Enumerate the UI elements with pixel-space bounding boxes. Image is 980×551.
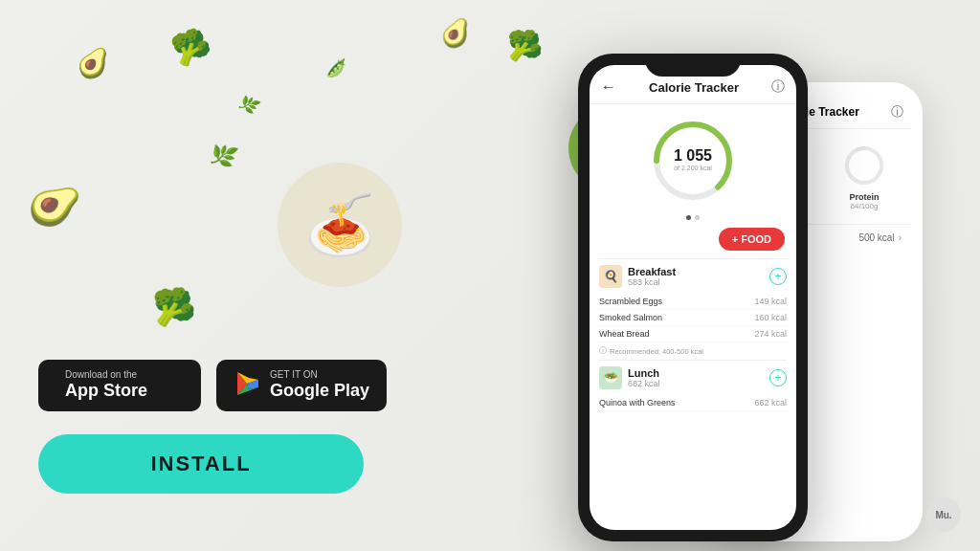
googleplay-button[interactable]: GET IT ON Google Play (216, 360, 387, 411)
food-kcal-quinoa: 662 kcal (754, 398, 787, 408)
food-button-row[interactable]: + FOOD (590, 224, 796, 258)
muz-label: Mu. (935, 510, 951, 520)
googleplay-small-text: GET IT ON (270, 369, 369, 381)
food-kcal-bread: 274 kcal (754, 329, 787, 339)
appstore-big-text: App Store (65, 381, 147, 402)
store-buttons: Download on the App Store GET IT ON Goog… (38, 360, 517, 411)
info-small-icon: ⓘ (599, 346, 607, 356)
muz-badge: Mu. (926, 497, 961, 532)
breakfast-title-wrap: 🍳 Breakfast 583 kcal (599, 265, 676, 288)
calorie-section: 1 055 of 2 200 kcal (590, 104, 796, 211)
breakfast-section: 🍳 Breakfast 583 kcal + Scrambled Eggs 14… (590, 258, 796, 360)
googleplay-icon (234, 370, 260, 402)
lunch-section: 🥗 Lunch 682 kcal + Quinoa with Greens 66… (590, 360, 796, 411)
food-name-bread: Wheat Bread (599, 329, 650, 339)
kcal-value: 500 kcal (858, 232, 894, 243)
food-kcal-scrambled: 149 kcal (754, 297, 787, 306)
food-name-quinoa: Quinoa with Greens (599, 398, 676, 408)
app-title: Calorie Tracker (649, 80, 739, 95)
calorie-ring: 1 055 of 2 200 kcal (650, 118, 736, 204)
add-food-button[interactable]: + FOOD (719, 228, 785, 251)
protein-label: Protein (841, 192, 887, 202)
add-lunch-button[interactable]: + (769, 369, 787, 386)
lunch-kcal: 682 kcal (628, 379, 660, 388)
lunch-header: 🥗 Lunch 682 kcal + (599, 360, 787, 395)
appstore-text: Download on the App Store (65, 369, 147, 402)
install-button[interactable]: INSTALL (38, 434, 364, 494)
breakfast-icon: 🍳 (599, 265, 622, 288)
food-name-scrambled: Scrambled Eggs (599, 297, 662, 306)
recommended-text: ⓘ Recommended: 400-500 kcal (599, 342, 787, 360)
appstore-small-text: Download on the (65, 369, 147, 381)
food-item-scrambled-eggs: Scrambled Eggs 149 kcal (599, 294, 787, 310)
lunch-title-wrap: 🥗 Lunch 682 kcal (599, 366, 660, 389)
dot-2 (695, 215, 700, 220)
main-phone: ← Calorie Tracker ⓘ 1 055 of 2 200 kcal (578, 54, 808, 551)
pagination-dots (590, 215, 796, 220)
googleplay-text: GET IT ON Google Play (270, 369, 369, 402)
phone-notch (645, 54, 741, 77)
food-kcal-salmon: 160 kcal (754, 313, 787, 322)
dot-1 (686, 215, 691, 220)
calorie-of: of 2 200 kcal (674, 164, 712, 173)
back-arrow-icon: ← (601, 78, 616, 96)
food-item-quinoa: Quinoa with Greens 662 kcal (599, 395, 787, 411)
googleplay-big-text: Google Play (270, 381, 369, 402)
breakfast-kcal: 583 kcal (628, 277, 676, 287)
breakfast-title: Breakfast (628, 266, 676, 277)
breakfast-header: 🍳 Breakfast 583 kcal + (599, 258, 787, 294)
appstore-button[interactable]: Download on the App Store (38, 360, 201, 411)
protein-val: 64/100g (841, 202, 887, 210)
left-section: Download on the App Store GET IT ON Goog… (38, 0, 517, 551)
calorie-number: 1 055 (674, 148, 712, 164)
food-item-salmon: Smoked Salmon 160 kcal (599, 310, 787, 326)
chevron-right-icon: › (899, 232, 902, 243)
lunch-title: Lunch (628, 367, 660, 379)
food-name-salmon: Smoked Salmon (599, 313, 662, 322)
lunch-icon: 🥗 (599, 366, 622, 389)
bg-info-icon: ⓘ (891, 103, 903, 121)
food-item-bread: Wheat Bread 274 kcal (599, 326, 787, 342)
svg-point-2 (847, 148, 881, 183)
protein-macro: Protein 64/100g (841, 143, 887, 210)
phone-screen: ← Calorie Tracker ⓘ 1 055 of 2 200 kcal (590, 65, 796, 530)
info-icon: ⓘ (771, 78, 785, 96)
add-breakfast-button[interactable]: + (769, 268, 787, 285)
